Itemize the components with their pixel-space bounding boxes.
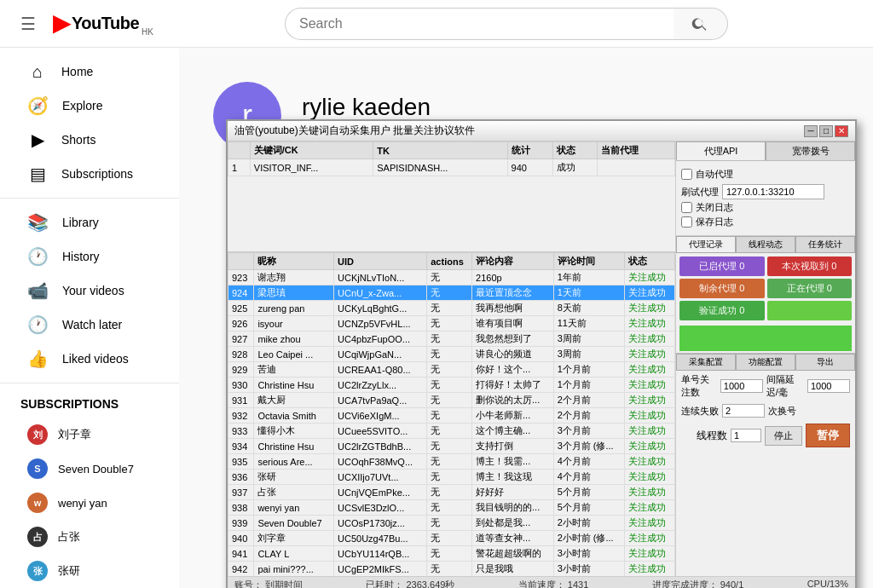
user-status: 关注成功 <box>625 562 675 577</box>
user-comment: 谁有项目啊 <box>472 316 554 331</box>
user-table-row[interactable]: 928 Leo Caipei ... UCqiWjpGaN... 无 讲良心的频… <box>228 347 675 362</box>
tab-broadband[interactable]: 宽带拨号 <box>766 141 855 160</box>
stop-proxy-btn[interactable]: 制余代理 0 <box>679 279 765 298</box>
user-comment: 警花超超级啊的 <box>472 546 554 562</box>
sidebar-item-home[interactable]: ⌂ Home <box>7 55 172 89</box>
your-videos-icon: 📹 <box>27 280 49 301</box>
user-table-row[interactable]: 925 zureng pan UCKyLqBghtG... 无 我再想他啊 8天… <box>228 301 675 316</box>
auto-proxy-checkbox[interactable] <box>681 169 692 180</box>
bottom-controls: 线程数 停止 暂停 <box>676 420 855 451</box>
interval-input[interactable] <box>807 379 850 393</box>
sub-avatar-sevendouble7: S <box>27 458 48 479</box>
sidebar-item-liked-videos[interactable]: 👍 Liked videos <box>7 342 172 376</box>
user-name: wenyi yan <box>254 500 334 516</box>
user-table-row[interactable]: 926 isyour UCNZp5VFvHL... 无 谁有项目啊 11天前 关… <box>228 316 675 331</box>
user-table-row[interactable]: 927 mike zhou UC4pbzFupOO... 无 我忽然想到了 3周… <box>228 331 675 347</box>
user-table-row[interactable]: 941 CLAY L UCbYU114rQB... 无 警花超超级啊的 3小时前… <box>228 546 675 562</box>
tab-proxy-api[interactable]: 代理API <box>676 141 766 160</box>
search-button[interactable] <box>674 8 728 40</box>
active-proxy-btn[interactable]: 正在代理 0 <box>767 279 853 298</box>
this-fetch-btn[interactable]: 本次视取到 0 <box>767 257 853 276</box>
user-uid: UCXIIjo7UVt... <box>334 470 427 485</box>
stop-button[interactable]: 停止 <box>765 426 802 446</box>
tab-export[interactable]: 导出 <box>795 354 855 371</box>
proxy-input[interactable] <box>722 184 824 199</box>
user-table-row[interactable]: 929 苦迪 UCREAA1-Q80... 无 你好！这个... 1个月前 关注… <box>228 362 675 378</box>
user-table-row[interactable]: 923 谢志翔 UCKjNLvTIoN... 无 2160p 1年前 关注成功 <box>228 270 675 285</box>
user-uid: UCbYU114rQB... <box>334 546 427 562</box>
sidebar-item-subscriptions[interactable]: ▤ Subscriptions <box>7 157 172 191</box>
kw-tk: SAPISIDNASH... <box>373 159 507 176</box>
used-proxy-btn[interactable]: 已启代理 0 <box>679 257 765 276</box>
close-button[interactable]: ✕ <box>835 125 848 137</box>
sidebar-item-your-videos[interactable]: 📹 Your videos <box>7 274 172 308</box>
thread-input[interactable] <box>731 429 761 442</box>
search-icon <box>691 15 708 32</box>
user-time: 11天前 <box>553 316 624 331</box>
user-table-row[interactable]: 934 Christine Hsu UC2lrZGTBdhB... 无 支持打倒… <box>228 439 675 454</box>
minimize-button[interactable]: ─ <box>804 125 818 137</box>
sidebar-item-watch-later[interactable]: 🕐 Watch later <box>7 308 172 342</box>
user-table-row[interactable]: 930 Christine Hsu UC2lrZzyLlx... 无 打得好！太… <box>228 378 675 393</box>
sidebar-item-explore[interactable]: 🧭 Explore <box>7 89 172 123</box>
collect-tabs: 采集配置 功能配置 导出 <box>676 353 855 371</box>
user-table-row[interactable]: 936 张研 UCXIIjo7UVt... 无 博主！我这现 4个月前 关注成功 <box>228 470 675 485</box>
search-box <box>285 8 728 40</box>
user-table-row[interactable]: 935 serious Are... UCOqhF38MvQ... 无 博主！我… <box>228 454 675 470</box>
tab-collect-config[interactable]: 采集配置 <box>676 354 736 371</box>
save-log-checkbox[interactable] <box>681 216 692 228</box>
sub-item-wenyiyan[interactable]: w wenyi yan <box>7 486 172 520</box>
sidebar-item-history[interactable]: 🕐 History <box>7 239 172 274</box>
single-follow-input[interactable] <box>720 379 763 393</box>
tab-task-stats[interactable]: 任务统计 <box>795 236 855 253</box>
sub-item-sevendouble7[interactable]: S Seven Double7 <box>7 452 172 486</box>
sub-item-liuzizhang[interactable]: 刘 刘子章 <box>7 418 172 452</box>
sidebar-item-shorts[interactable]: ▶ Shorts <box>7 123 172 157</box>
youtube-logo[interactable]: ▶ YouTube HK <box>53 10 153 37</box>
fail-switch-input[interactable] <box>722 404 765 418</box>
user-table-row[interactable]: 940 刘字章 UC50Uzg47Bu... 无 道等查女神... 2小时前 (… <box>228 531 675 546</box>
subscriptions-section-title: SUBSCRIPTIONS <box>0 390 179 418</box>
kw-table-row[interactable]: 1 VISITOR_INF... SAPISIDNASH... 940 成功 <box>228 159 675 176</box>
search-input[interactable] <box>285 8 674 40</box>
user-table-row[interactable]: 924 梁思瑱 UCnU_x-Zwa... 无 最近置顶念念 1天前 关注成功 <box>228 285 675 301</box>
user-time: 4个月前 <box>553 470 624 485</box>
tab-agent-record[interactable]: 代理记录 <box>676 236 736 253</box>
user-table-row[interactable]: 931 戴大厨 UCA7tvPa9aQ... 无 删你说的太厉... 2个月前 … <box>228 393 675 408</box>
tab-function-config[interactable]: 功能配置 <box>736 354 795 371</box>
keyword-table-area[interactable]: 关键词/CK TK 统计 状态 当前代理 1 VISITOR_INF... SA… <box>228 141 675 252</box>
user-num: 937 <box>228 485 254 500</box>
user-status: 关注成功 <box>625 470 675 485</box>
user-uid: UCOqhF38MvQ... <box>334 454 427 470</box>
user-table-row[interactable]: 939 Seven Double7 UCOsP1730jz... 无 到处都是我… <box>228 516 675 531</box>
sub-label-zhangyan: 张研 <box>58 563 80 579</box>
user-table-row[interactable]: 932 Octavia Smith UCVi6eXIgM... 无 小牛老师新.… <box>228 408 675 424</box>
user-num: 933 <box>228 424 254 439</box>
close-log-checkbox[interactable] <box>681 202 692 213</box>
verify-success-btn[interactable]: 验证成功 0 <box>679 301 765 320</box>
user-actions: 无 <box>427 285 472 301</box>
hamburger-icon[interactable]: ☰ <box>14 7 43 41</box>
yt-logo-text: YouTube <box>72 14 139 33</box>
kw-col-status: 状态 <box>552 142 598 159</box>
user-time: 2个月前 <box>553 408 624 424</box>
user-status: 关注成功 <box>625 454 675 470</box>
user-table-area[interactable]: 昵称 UID actions 评论内容 评论时间 状态 923 谢志翔 UCKj… <box>228 252 675 576</box>
user-num: 940 <box>228 531 254 546</box>
maximize-button[interactable]: □ <box>819 125 833 137</box>
user-col-status: 状态 <box>625 253 675 270</box>
sidebar: ⌂ Home 🧭 Explore ▶ Shorts ▤ Subscription… <box>0 48 179 588</box>
sub-item-zhanzhang[interactable]: 占 占张 <box>7 520 172 554</box>
channel-name: rylie kaeden <box>302 94 431 121</box>
sub-label-wenyiyan: wenyi yan <box>58 497 107 510</box>
tab-thread-dynamic[interactable]: 线程动态 <box>736 236 795 253</box>
user-table-row[interactable]: 942 pai mini???... UCgEP2MIkFS... 无 只是我哦… <box>228 562 675 577</box>
user-comment: 这个博主确... <box>472 424 554 439</box>
user-table-row[interactable]: 937 占张 UCnjVQEmPke... 无 好好好 5个月前 关注成功 <box>228 485 675 500</box>
sidebar-item-library[interactable]: 📚 Library <box>7 205 172 239</box>
sub-item-zhangyan[interactable]: 张 张研 <box>7 554 172 588</box>
user-table-row[interactable]: 933 懂得小木 UCuee5SVITO... 无 这个博主确... 3个月前 … <box>228 424 675 439</box>
pause-button[interactable]: 暂停 <box>806 424 850 447</box>
user-table-row[interactable]: 938 wenyi yan UCSvlE3DzlO... 无 我目钱明的的...… <box>228 500 675 516</box>
account-field: 账号： 到期时间 <box>234 579 303 588</box>
